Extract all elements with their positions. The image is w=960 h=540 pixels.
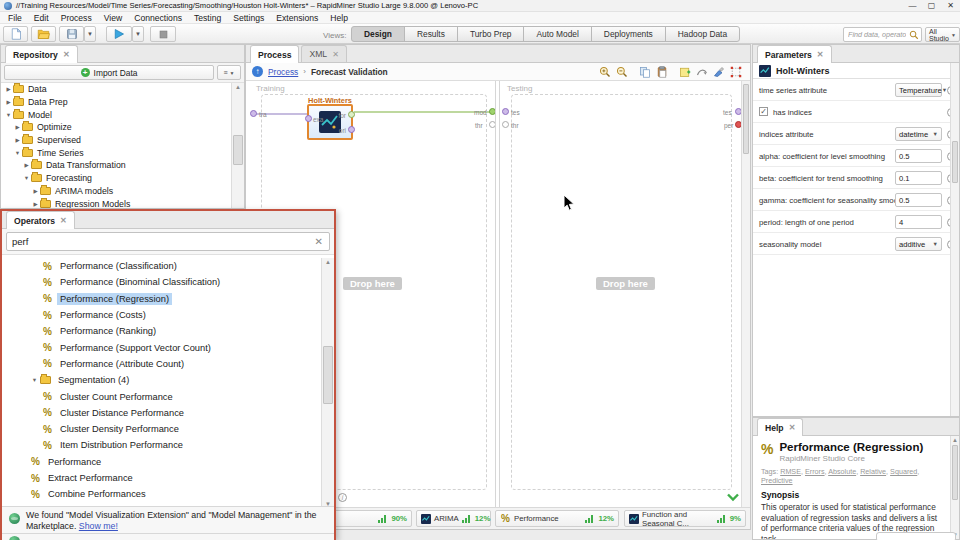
run-dropdown-button[interactable]: ▼ bbox=[132, 26, 144, 42]
chevron-right-icon[interactable] bbox=[22, 162, 31, 168]
param-input-beta-coefficient-for-trend-smoothing[interactable]: 0.1 bbox=[895, 171, 942, 185]
show-me-link[interactable]: Show me! bbox=[79, 521, 118, 531]
new-process-button[interactable] bbox=[3, 26, 28, 42]
operator-item-cluster-distance-performance[interactable]: Cluster Distance Performance bbox=[2, 405, 321, 421]
run-button[interactable] bbox=[106, 26, 132, 42]
param-select-indices-attribute[interactable]: datetime▼ bbox=[895, 127, 942, 141]
close-icon[interactable] bbox=[332, 50, 339, 59]
param-input-gamma-coefficient-for-seasonality-smoothing[interactable]: 0.5 bbox=[895, 193, 942, 207]
close-icon[interactable] bbox=[817, 50, 824, 59]
chevron-right-icon[interactable] bbox=[31, 201, 40, 207]
global-search-box[interactable] bbox=[843, 27, 922, 42]
collapse-recommendations-icon[interactable] bbox=[726, 493, 740, 502]
view-tab-deployments[interactable]: Deployments bbox=[591, 26, 666, 42]
tab-help[interactable]: Help bbox=[757, 418, 803, 436]
menu-edit[interactable]: Edit bbox=[28, 12, 55, 24]
view-tab-design[interactable]: Design bbox=[351, 26, 405, 42]
menu-view[interactable]: View bbox=[98, 12, 128, 24]
repo-node-data-prep[interactable]: Data Prep bbox=[1, 96, 231, 109]
operator-item-performance-regression[interactable]: Performance (Regression) bbox=[2, 291, 321, 307]
operator-holt-winters[interactable]: Holt-Winters exa for ori bbox=[307, 104, 353, 140]
global-search-input[interactable] bbox=[846, 28, 908, 41]
param-input-alpha-coefficient-for-level-smoothing[interactable]: 0.5 bbox=[895, 149, 942, 163]
search-scope-dropdown[interactable]: All Studio ▼ bbox=[925, 27, 960, 42]
parameters-scrollbar[interactable] bbox=[950, 63, 959, 416]
operator-item-performance-binominal-classification[interactable]: Performance (Binominal Classification) bbox=[2, 274, 321, 290]
help-scrollbar[interactable]: ▲ ▼ bbox=[950, 436, 959, 539]
testing-drop-zone[interactable] bbox=[511, 94, 732, 490]
tab-xml[interactable]: XML bbox=[301, 45, 346, 62]
port-operator-ori[interactable] bbox=[348, 126, 355, 133]
help-tag-predictive[interactable]: Predictive bbox=[761, 476, 793, 485]
close-icon[interactable] bbox=[789, 423, 796, 432]
canvas-scrollbar[interactable] bbox=[741, 81, 750, 509]
port-testing-input-tes[interactable] bbox=[502, 108, 509, 115]
view-tab-results[interactable]: Results bbox=[404, 26, 458, 42]
chevron-right-icon[interactable] bbox=[13, 124, 22, 130]
repo-node-time-series[interactable]: Time Series bbox=[1, 146, 231, 159]
help-tag-squared[interactable]: Squared bbox=[890, 467, 917, 476]
menu-file[interactable]: File bbox=[2, 12, 28, 24]
recommended-operator-arima[interactable]: ARIMA12% bbox=[416, 510, 491, 527]
help-tag-relative[interactable]: Relative bbox=[860, 467, 886, 476]
operator-item-item-distribution-performance[interactable]: Item Distribution Performance bbox=[2, 437, 321, 453]
menu-extensions[interactable]: Extensions bbox=[270, 12, 324, 24]
menu-testing[interactable]: Testing bbox=[188, 12, 227, 24]
close-icon[interactable] bbox=[63, 50, 70, 59]
repository-menu-button[interactable]: ≡▼ bbox=[217, 65, 241, 80]
import-data-button[interactable]: Import Data bbox=[4, 65, 214, 80]
scroll-up-icon[interactable]: ▲ bbox=[951, 437, 959, 443]
repo-node-regression-models[interactable]: Regression Models bbox=[1, 197, 231, 208]
zoom-in-icon[interactable] bbox=[599, 66, 611, 78]
menu-process[interactable]: Process bbox=[55, 12, 98, 24]
operator-item-extract-performance[interactable]: Extract Performance bbox=[2, 470, 321, 486]
tab-operators[interactable]: Operators bbox=[6, 211, 75, 229]
recommended-operator-function-and-seasonal-c[interactable]: Function and Seasonal C...9% bbox=[624, 510, 746, 527]
port-training-input-tra[interactable] bbox=[250, 110, 257, 117]
brush-icon[interactable] bbox=[713, 66, 725, 78]
operators-search-input[interactable] bbox=[6, 232, 330, 251]
param-select-time-series-attribute[interactable]: Temperature▼ bbox=[895, 83, 942, 97]
scroll-up-icon[interactable]: ▲ bbox=[232, 84, 244, 90]
chevron-down-icon[interactable] bbox=[13, 150, 22, 156]
chevron-right-icon[interactable] bbox=[13, 137, 22, 143]
has-indices-checkbox[interactable] bbox=[759, 107, 768, 116]
menu-connections[interactable]: Connections bbox=[128, 12, 188, 24]
port-operator-exa[interactable] bbox=[305, 115, 312, 122]
help-filter-field[interactable] bbox=[876, 532, 956, 540]
port-operator-for[interactable] bbox=[348, 111, 355, 118]
view-tab-auto-model[interactable]: Auto Model bbox=[523, 26, 591, 42]
operators-scrollbar[interactable]: ▲ ▼ bbox=[321, 258, 334, 508]
param-select-seasonality-model[interactable]: additive▼ bbox=[895, 237, 942, 251]
save-dropdown-button[interactable]: ▼ bbox=[84, 26, 96, 42]
recommended-operator-performance[interactable]: Performance12% bbox=[495, 510, 619, 527]
operator-item-combine-performances[interactable]: Combine Performances bbox=[2, 486, 321, 502]
save-process-button[interactable] bbox=[59, 26, 84, 42]
fit-view-icon[interactable] bbox=[730, 66, 742, 78]
repo-node-optimize[interactable]: Optimize bbox=[1, 121, 231, 134]
port-testing-input-thr[interactable] bbox=[502, 121, 509, 128]
clear-search-icon[interactable] bbox=[315, 237, 323, 247]
chevron-right-icon[interactable] bbox=[4, 86, 13, 92]
paste-icon[interactable] bbox=[656, 66, 668, 78]
repository-scrollbar[interactable]: ▲ bbox=[231, 83, 244, 208]
repo-node-model[interactable]: Model bbox=[1, 108, 231, 121]
operator-item-performance-support-vector-count[interactable]: Performance (Support Vector Count) bbox=[2, 339, 321, 355]
repo-node-data-transformation[interactable]: Data Transformation bbox=[1, 159, 231, 172]
repo-node-forecasting[interactable]: Forecasting bbox=[1, 172, 231, 185]
repo-node-arima-models[interactable]: ARIMA models bbox=[1, 185, 231, 198]
zoom-out-icon[interactable] bbox=[616, 66, 628, 78]
help-tag-errors[interactable]: Errors bbox=[805, 467, 825, 476]
chevron-right-icon[interactable] bbox=[31, 188, 40, 194]
tab-repository[interactable]: Repository bbox=[5, 45, 78, 63]
breadcrumb-root-link[interactable]: Process bbox=[268, 67, 298, 77]
operator-item-performance-attribute-count[interactable]: Performance (Attribute Count) bbox=[2, 356, 321, 372]
chevron-right-icon[interactable] bbox=[4, 99, 13, 105]
open-process-button[interactable] bbox=[31, 26, 56, 42]
chevron-down-icon[interactable] bbox=[4, 112, 13, 118]
close-icon[interactable] bbox=[60, 216, 67, 225]
stop-button[interactable] bbox=[150, 26, 176, 42]
repo-node-data[interactable]: Data bbox=[1, 83, 231, 96]
chevron-down-icon[interactable] bbox=[22, 175, 31, 181]
view-tab-hadoop-data[interactable]: Hadoop Data bbox=[665, 26, 740, 42]
